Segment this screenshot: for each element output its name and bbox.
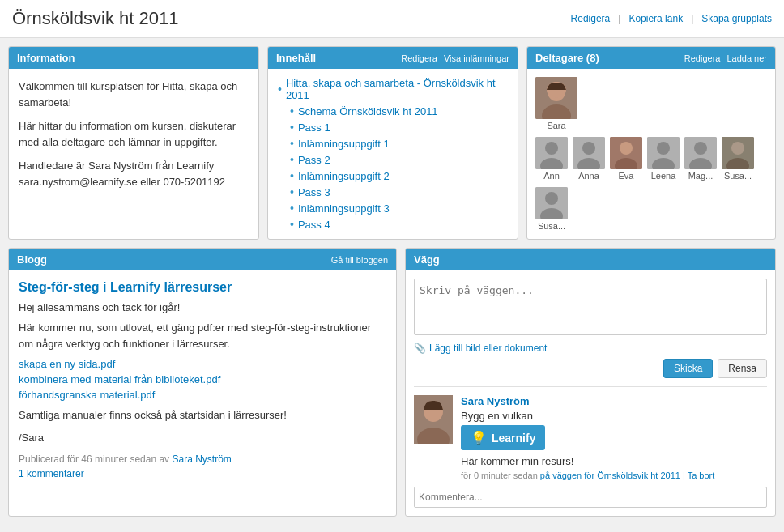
avatar-susa2[interactable] [535,187,568,219]
content-panel: Innehåll Redigera Visa inlämningar Hitta… [267,46,518,240]
wall-post-text: Här kommer min resurs! [461,455,767,467]
avatar-name: Eva [619,171,634,181]
wall-buttons: Skicka Rensa [414,359,767,378]
participants-panel-title: Deltagare (8) [535,52,599,64]
remove-post-link[interactable]: Ta bort [688,470,715,480]
avatar-mag[interactable] [684,137,717,169]
edit-page-link[interactable]: Redigera [571,13,611,24]
avatar-ann[interactable] [535,137,568,169]
participants-panel: Deltagare (8) Redigera Ladda ner [526,46,776,240]
list-item: Pass 4 [278,216,508,232]
info-panel: Information Välkommen till kursplatsen f… [8,46,259,240]
blog-panel: Blogg Gå till bloggen Steg-för-steg i Le… [8,248,397,517]
header-actions: Redigera | Kopiera länk | Skapa grupplat… [571,13,772,24]
send-button[interactable]: Skicka [663,359,713,378]
wall-attach[interactable]: 📎 Lägg till bild eller dokument [414,343,767,354]
svg-point-14 [657,142,670,155]
content-panel-body: Hitta, skapa och samarbeta - Örnsköldsvi… [268,69,518,239]
blog-text-1: Här kommer nu, som utlovat, ett gäng pdf… [19,320,386,351]
go-to-blog-link[interactable]: Gå till bloggen [331,255,388,265]
wall-panel-body: 📎 Lägg till bild eller dokument Skicka R… [406,270,775,516]
page-header: Örnsköldsvik ht 2011 Redigera | Kopiera … [0,0,784,38]
avatar-photo [535,77,577,119]
content-header-actions: Redigera Visa inlämningar [401,53,509,63]
content-show-submissions-link[interactable]: Visa inlämningar [444,53,509,63]
content-panel-title: Innehåll [276,52,316,64]
blog-post-title: Steg-för-steg i Learnify lärresurser [19,280,386,295]
wall-post-author[interactable]: Sara Nyström [461,395,767,407]
wall-post-content: Sara Nyström Bygg en vulkan 💡 Learnify H… [461,395,767,480]
main-container: Information Välkommen till kursplatsen f… [0,38,784,525]
avatar-name: Anna [578,171,599,181]
wall-panel-header: Vägg [406,249,775,270]
avatar-name: Susa... [724,171,752,181]
avatar-item: Anna [573,137,605,181]
avatar-row-2: Ann Anna [535,137,767,181]
blog-title-link[interactable]: Steg-för-steg i Learnify lärresurser [19,280,232,294]
comment-input[interactable] [414,487,767,508]
copy-link[interactable]: Kopiera länk [628,13,683,24]
avatar-name: Susa... [538,221,565,231]
avatar-eva[interactable] [610,137,642,169]
blog-link-3[interactable]: förhandsgranska material.pdf [19,389,386,401]
content-link[interactable]: Inlämningsuppgift 2 [298,170,390,182]
content-link[interactable]: Pass 4 [298,219,330,231]
content-link[interactable]: Pass 1 [298,121,330,134]
content-link[interactable]: Pass 2 [298,154,330,166]
content-edit-link[interactable]: Redigera [401,53,437,63]
avatar-item: Leena [647,137,680,181]
create-group-link[interactable]: Skapa grupplats [701,13,772,24]
participants-panel-body: Sara A [527,69,775,239]
participants-panel-header: Deltagare (8) Redigera Ladda ner [527,47,775,69]
list-item: Hitta, skapa och samarbeta - Örnsköldsvi… [278,75,508,103]
wall-link[interactable]: på väggen för Örnsköldsvik ht 2011 [540,470,680,480]
list-item: Pass 3 [278,184,508,200]
bulb-icon: 💡 [471,430,487,445]
top-row: Information Välkommen till kursplatsen f… [8,46,776,240]
content-link[interactable]: Inlämningsuppgift 1 [298,138,390,150]
blog-link-2[interactable]: kombinera med material från biblioteket.… [19,373,386,385]
attach-icon: 📎 [414,343,426,354]
avatar-leena[interactable] [647,137,680,169]
page-title: Örnsköldsvik ht 2011 [12,8,178,29]
info-panel-header: Information [9,47,258,69]
bottom-row: Blogg Gå till bloggen Steg-för-steg i Le… [8,248,776,517]
blog-comments-link[interactable]: 1 kommentarer [19,468,386,479]
reset-button[interactable]: Rensa [718,359,767,378]
avatar-row-3: Susa... [535,187,767,231]
blog-author-link[interactable]: Sara Nyström [172,453,231,465]
wall-textarea[interactable] [414,279,767,335]
svg-point-23 [545,192,558,205]
content-link[interactable]: Inlämningsuppgift 3 [298,202,390,215]
participants-header-actions: Redigera Ladda ner [684,53,767,63]
wall-post-avatar[interactable] [414,395,453,444]
info-panel-title: Information [17,52,75,64]
list-item: Pass 1 [278,119,508,135]
content-link[interactable]: Hitta, skapa och samarbeta - Örnsköldsvi… [286,77,508,101]
blog-panel-title: Blogg [17,253,47,266]
blog-text-2: Samtliga manualer finns också på startsi… [19,407,386,423]
wall-comment-box [414,487,767,508]
content-link[interactable]: Schema Örnsköldsvik ht 2011 [298,105,438,117]
avatar-item: Susa... [722,137,754,181]
avatar-name: Mag... [688,171,714,181]
wall-post-resource[interactable]: 💡 Learnify [461,425,545,450]
content-list: Hitta, skapa och samarbeta - Örnsköldsvi… [278,75,508,232]
avatar-anna[interactable] [573,137,605,169]
participants-edit-link[interactable]: Redigera [684,53,721,63]
info-text-1: Välkommen till kursplatsen för Hitta, sk… [19,79,249,110]
participants-download-link[interactable]: Ladda ner [726,53,767,63]
wall-post-resource-title: Bygg en vulkan [461,410,767,422]
pass3-link[interactable]: Pass 3 [298,186,330,198]
avatar-sara[interactable] [535,77,577,119]
wall-post-header: Sara Nyström Bygg en vulkan 💡 Learnify H… [414,395,767,480]
svg-point-5 [545,142,558,155]
blog-signature: /Sara [19,430,386,446]
blog-panel-header: Blogg Gå till bloggen [9,249,396,270]
avatar-grid: Sara A [535,77,767,231]
blog-panel-body: Steg-för-steg i Learnify lärresurser Hej… [9,270,396,489]
list-item: Schema Örnsköldsvik ht 2011 [278,103,508,119]
svg-point-8 [582,142,595,155]
avatar-susa1[interactable] [722,137,754,169]
blog-link-1[interactable]: skapa en ny sida.pdf [19,358,386,370]
